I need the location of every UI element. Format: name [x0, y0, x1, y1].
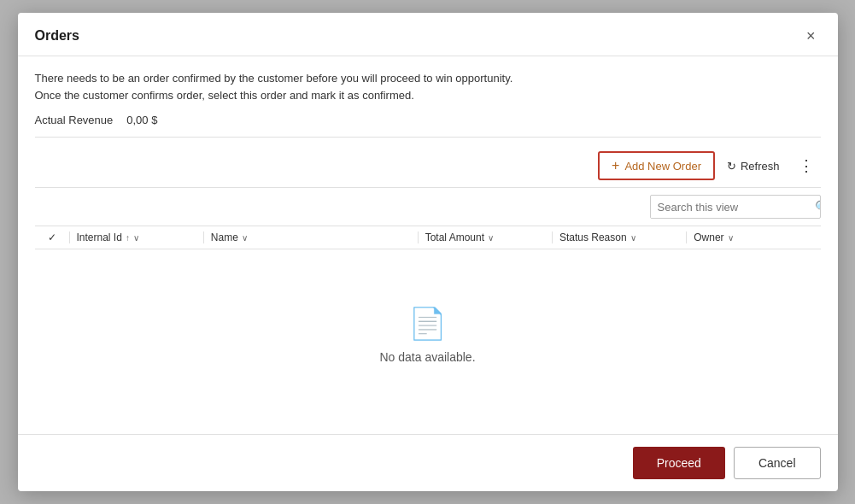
- refresh-button[interactable]: ↻ Refresh: [718, 155, 788, 178]
- th-total-amount-label: Total Amount: [425, 231, 484, 243]
- th-name-label: Name: [211, 231, 238, 243]
- more-options-button[interactable]: ⋮: [792, 155, 821, 177]
- table-header: ✓ Internal Id ↑ ∨ Name ∨ Total Amount ∨ …: [35, 226, 821, 249]
- dialog-title: Orders: [35, 28, 79, 44]
- refresh-label: Refresh: [741, 160, 780, 173]
- chevron-down-icon: ∨: [728, 233, 734, 243]
- toolbar: + Add New Order ↻ Refresh ⋮: [35, 151, 821, 188]
- th-checkbox[interactable]: ✓: [35, 231, 69, 243]
- info-text: There needs to be an order confirmed by …: [35, 70, 821, 103]
- revenue-label: Actual Revenue: [35, 114, 114, 126]
- dialog-body: There needs to be an order confirmed by …: [18, 56, 838, 434]
- th-internal-id-label: Internal Id: [77, 231, 122, 243]
- search-box: 🔍: [650, 195, 821, 219]
- sort-asc-icon: ↑: [126, 233, 130, 243]
- plus-icon: +: [612, 158, 619, 173]
- add-new-order-button[interactable]: + Add New Order: [598, 151, 715, 180]
- no-data-icon: 📄: [408, 306, 447, 342]
- revenue-row: Actual Revenue 0,00 $: [35, 114, 821, 138]
- check-icon: ✓: [48, 231, 56, 243]
- dialog-footer: Proceed Cancel: [18, 434, 838, 491]
- empty-state: 📄 No data available.: [35, 249, 821, 420]
- add-new-order-label: Add New Order: [624, 160, 701, 173]
- revenue-value: 0,00 $: [126, 114, 157, 126]
- search-icon-button[interactable]: 🔍: [808, 196, 821, 218]
- chevron-down-icon: ∨: [488, 233, 494, 243]
- table-content: ✓ Internal Id ↑ ∨ Name ∨ Total Amount ∨ …: [35, 226, 821, 420]
- th-internal-id[interactable]: Internal Id ↑ ∨: [69, 231, 203, 243]
- th-name[interactable]: Name ∨: [203, 231, 418, 243]
- th-owner-label: Owner: [694, 231, 723, 243]
- search-icon: 🔍: [815, 200, 821, 214]
- th-total-amount[interactable]: Total Amount ∨: [418, 231, 552, 243]
- cancel-button[interactable]: Cancel: [734, 447, 821, 479]
- refresh-icon: ↻: [727, 160, 736, 173]
- proceed-button[interactable]: Proceed: [633, 447, 725, 479]
- th-status-reason[interactable]: Status Reason ∨: [552, 231, 686, 243]
- close-button[interactable]: ×: [801, 26, 821, 45]
- dialog-header: Orders ×: [18, 13, 838, 56]
- chevron-down-icon: ∨: [242, 233, 248, 243]
- orders-dialog: Orders × There needs to be an order conf…: [18, 13, 838, 491]
- no-data-text: No data available.: [379, 350, 475, 364]
- chevron-down-icon: ∨: [133, 233, 139, 243]
- chevron-down-icon: ∨: [630, 233, 636, 243]
- search-row: 🔍: [35, 195, 821, 219]
- th-status-reason-label: Status Reason: [559, 231, 627, 243]
- th-owner[interactable]: Owner ∨: [686, 231, 820, 243]
- search-input[interactable]: [651, 196, 808, 218]
